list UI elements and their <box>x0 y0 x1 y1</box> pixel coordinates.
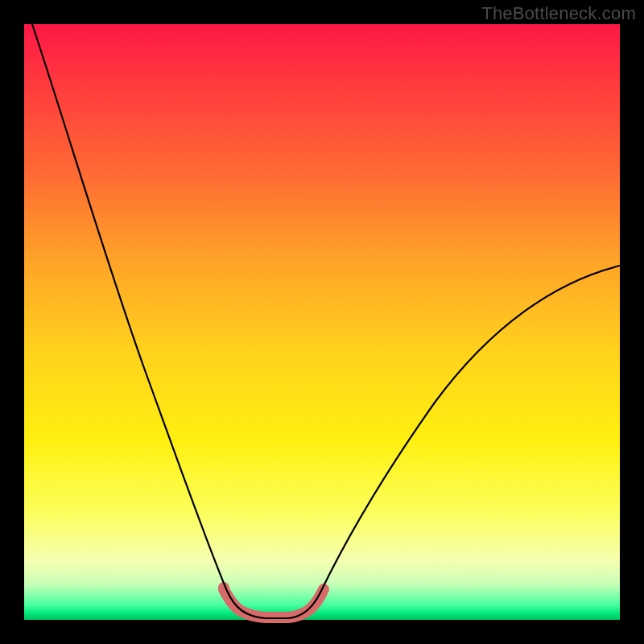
valley-highlight <box>224 589 322 617</box>
left-curve <box>32 24 266 618</box>
chart-frame: TheBottleneck.com <box>0 0 644 644</box>
curve-layer <box>24 24 620 620</box>
right-curve <box>320 266 620 592</box>
watermark-text: TheBottleneck.com <box>481 3 636 24</box>
plot-area <box>24 24 620 620</box>
